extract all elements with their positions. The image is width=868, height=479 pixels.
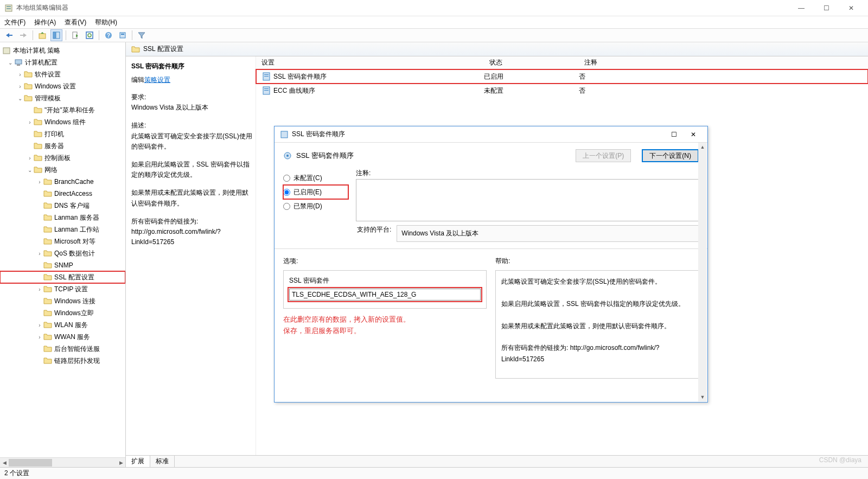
menu-view[interactable]: 查看(V) — [65, 18, 86, 27]
chevron-right-icon[interactable]: › — [16, 84, 24, 90]
next-setting-button[interactable]: 下一个设置(N) — [642, 149, 699, 162]
filter-button[interactable] — [136, 29, 148, 41]
tree-scrollbar-horizontal[interactable]: ◀ ▶ — [0, 457, 125, 467]
chevron-right-icon[interactable]: › — [16, 72, 24, 78]
menu-file[interactable]: 文件(F) — [4, 18, 25, 27]
policy-icon — [2, 46, 11, 55]
refresh-button[interactable] — [84, 29, 95, 41]
radio-enabled[interactable]: 已启用(E) — [283, 185, 348, 199]
edit-policy-link[interactable]: 策略设置 — [144, 76, 170, 84]
list-row[interactable]: ECC 曲线顺序 未配置 否 — [256, 84, 868, 98]
scroll-up-icon[interactable]: ▲ — [698, 143, 707, 151]
svg-rect-4 — [20, 35, 24, 36]
setting-icon — [263, 72, 270, 81]
row-comment: 否 — [579, 72, 868, 81]
col-comment[interactable]: 注释 — [579, 58, 868, 67]
radio-not-configured[interactable]: 未配置(C) — [283, 171, 348, 185]
scroll-left-icon[interactable]: ◀ — [0, 458, 9, 467]
radio-disabled[interactable]: 已禁用(D) — [283, 199, 348, 213]
back-button[interactable] — [3, 29, 15, 41]
window-title: 本地组策略编辑器 — [16, 3, 789, 12]
tree-dns-client[interactable]: DNS 客户端 — [0, 200, 125, 212]
dialog-close-button[interactable]: ✕ — [685, 129, 702, 140]
col-setting[interactable]: 设置 — [256, 58, 484, 67]
folder-icon — [43, 285, 52, 293]
properties-button[interactable] — [117, 29, 129, 41]
chevron-right-icon[interactable]: › — [36, 179, 43, 185]
menu-action[interactable]: 操作(A) — [34, 18, 56, 27]
tree-network[interactable]: ⌄网络 — [0, 164, 125, 176]
row-name: ECC 曲线顺序 — [273, 86, 315, 95]
tree-wlan[interactable]: ›WLAN 服务 — [0, 319, 125, 331]
svg-rect-13 — [120, 33, 125, 38]
tree-microsoft-peer[interactable]: Microsoft 对等 — [0, 235, 125, 247]
dialog-maximize-button[interactable]: ☐ — [665, 129, 682, 140]
tree-wwan[interactable]: ›WWAN 服务 — [0, 331, 125, 343]
scroll-right-icon[interactable]: ▶ — [117, 458, 125, 467]
tree-tcpip[interactable]: ›TCPIP 设置 — [0, 283, 125, 295]
tree-computer-config[interactable]: ⌄ 计算机配置 — [0, 56, 125, 68]
close-button[interactable]: ✕ — [839, 0, 864, 16]
minimize-button[interactable]: — — [789, 0, 814, 16]
maximize-button[interactable]: ☐ — [814, 0, 839, 16]
tree-snmp[interactable]: SNMP — [0, 259, 125, 271]
app-icon — [4, 4, 13, 12]
tree-lanman-workstation[interactable]: Lanman 工作站 — [0, 223, 125, 235]
tree-ssl-config[interactable]: SSL 配置设置 — [0, 271, 125, 283]
tree-windows-now[interactable]: Windows立即 — [0, 307, 125, 319]
folder-icon — [43, 356, 52, 365]
folder-icon — [34, 106, 42, 114]
tree-control-panel[interactable]: ›控制面板 — [0, 152, 125, 164]
svg-rect-7 — [56, 32, 60, 39]
tree-windows-connect[interactable]: Windows 连接 — [0, 295, 125, 307]
folder-icon — [43, 321, 52, 329]
prev-setting-button[interactable]: 上一个设置(P) — [576, 149, 631, 162]
svg-rect-3 — [9, 35, 12, 36]
scroll-down-icon[interactable]: ▼ — [698, 393, 707, 401]
chevron-down-icon[interactable]: ⌄ — [26, 167, 34, 173]
tree-branchcache[interactable]: ›BranchCache — [0, 176, 125, 188]
dialog-scrollbar-vertical[interactable]: ▲ ▼ — [698, 143, 707, 401]
export-button[interactable] — [69, 29, 81, 41]
folder-icon — [43, 201, 52, 210]
setting-icon — [263, 86, 270, 95]
tree-software-settings[interactable]: ›软件设置 — [0, 68, 125, 80]
tree-directaccess[interactable]: DirectAccess — [0, 188, 125, 200]
tree-root[interactable]: 本地计算机 策略 — [0, 44, 125, 56]
chevron-right-icon[interactable]: › — [36, 334, 43, 340]
chevron-right-icon[interactable]: › — [26, 119, 34, 125]
tree-admin-templates[interactable]: ⌄管理模板 — [0, 92, 125, 104]
tree-link-layer[interactable]: 链路层拓扑发现 — [0, 355, 125, 367]
tree-background-intelligent[interactable]: 后台智能传送服 — [0, 343, 125, 355]
list-header: 设置 状态 注释 — [256, 56, 868, 69]
chevron-right-icon[interactable]: › — [36, 322, 43, 328]
chevron-right-icon[interactable]: › — [36, 286, 43, 292]
help-button[interactable]: ? — [103, 29, 114, 41]
menu-help[interactable]: 帮助(H) — [95, 18, 117, 27]
chevron-right-icon[interactable]: › — [26, 155, 34, 161]
col-state[interactable]: 状态 — [484, 58, 579, 67]
svg-rect-24 — [281, 131, 288, 138]
up-button[interactable] — [36, 29, 48, 41]
tree-qos[interactable]: ›QoS 数据包计 — [0, 247, 125, 259]
tab-standard[interactable]: 标准 — [150, 456, 175, 467]
folder-icon — [43, 261, 52, 270]
comment-textarea[interactable] — [356, 179, 699, 221]
list-row[interactable]: SSL 密码套件顺序 已启用 否 — [256, 69, 868, 84]
tree-windows-settings[interactable]: ›Windows 设置 — [0, 80, 125, 92]
tree-servers[interactable]: 服务器 — [0, 140, 125, 152]
tree-windows-components[interactable]: ›Windows 组件 — [0, 116, 125, 128]
cipher-input[interactable] — [289, 289, 481, 301]
tree-lanman-server[interactable]: Lanman 服务器 — [0, 212, 125, 223]
chevron-down-icon[interactable]: ⌄ — [7, 60, 14, 66]
tab-extended[interactable]: 扩展 — [126, 455, 150, 467]
tree-printers[interactable]: 打印机 — [0, 128, 125, 140]
description-text-2: 如果启用此策略设置，SSL 密码套件以指定的顺序设定优先级。 — [131, 159, 252, 180]
forward-button[interactable] — [17, 29, 29, 41]
folder-icon — [34, 142, 42, 150]
chevron-right-icon[interactable]: › — [36, 251, 43, 257]
chevron-down-icon[interactable]: ⌄ — [16, 95, 24, 101]
svg-rect-5 — [39, 34, 46, 39]
tree-start-menu[interactable]: "开始"菜单和任务 — [0, 104, 125, 116]
show-hide-tree-button[interactable] — [50, 29, 62, 41]
